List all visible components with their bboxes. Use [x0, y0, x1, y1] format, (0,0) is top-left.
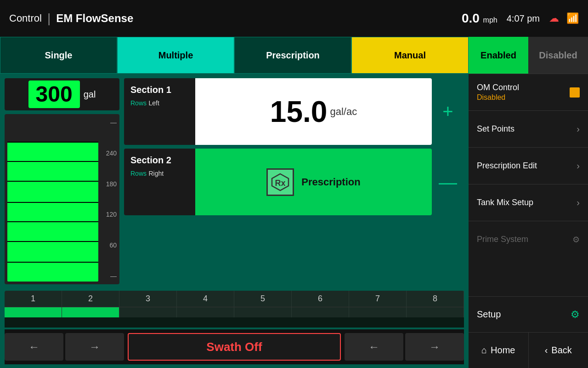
home-button[interactable]: ⌂ Home: [469, 333, 529, 368]
right-arrow-icon-2: →: [429, 340, 440, 353]
tank-mix-setup-item[interactable]: Tank Mix Setup ›: [469, 184, 588, 221]
content-area: 300 gal: [0, 74, 469, 289]
sec-num-5[interactable]: 5: [234, 291, 292, 307]
gauge-label-240: 240: [98, 150, 117, 157]
section-indicators: [5, 307, 464, 317]
speed-value: 0.0: [462, 11, 480, 25]
time-display: 4:07 pm: [507, 13, 540, 24]
swath-off-button[interactable]: Swath Off: [128, 333, 341, 361]
sec-num-6[interactable]: 6: [292, 291, 349, 307]
gauge-fill: [7, 142, 98, 282]
bottom-controls: ← → Swath Off ← →: [5, 329, 464, 364]
right-arrow-btn-2[interactable]: →: [405, 333, 464, 361]
gauge-label-top: —: [98, 119, 117, 126]
set-points-label: Set Points: [477, 124, 514, 134]
right-panel: Enabled Disabled OM Control Disabled Set…: [469, 37, 588, 368]
tank-display: 300 gal: [5, 78, 119, 110]
left-gauges: 300 gal: [5, 78, 119, 284]
home-label: Home: [491, 345, 515, 356]
disabled-button[interactable]: Disabled: [528, 37, 588, 74]
gauge-bar-area: [7, 117, 98, 282]
gauge-line-3: [7, 181, 98, 182]
section-1-plus[interactable]: +: [432, 78, 464, 145]
enable-disable-row: Enabled Disabled: [469, 37, 588, 74]
right-arrow-btn-1[interactable]: →: [65, 333, 124, 361]
prime-system-gear-icon: ⚙: [572, 235, 580, 245]
sec-num-1[interactable]: 1: [5, 291, 62, 307]
tab-multiple[interactable]: Multiple: [117, 37, 234, 74]
section-1-rows: Rows Left: [130, 99, 189, 107]
set-points-item[interactable]: Set Points ›: [469, 110, 588, 147]
prescription-edit-chevron: ›: [577, 161, 580, 171]
rx-icon: Rx: [266, 168, 294, 196]
tank-mix-chevron: ›: [577, 197, 580, 208]
bottom-sections: 1 2 3 4 5 6 7 8: [5, 291, 464, 328]
plus-icon[interactable]: +: [442, 101, 453, 122]
section-2-minus[interactable]: —: [432, 149, 464, 215]
back-button[interactable]: ‹ Back: [529, 333, 588, 368]
section-1-row: Section 1 Rows Left 15.0 gal/ac +: [124, 78, 464, 145]
home-back-row: ⌂ Home ‹ Back: [469, 332, 588, 368]
gauge-line-6: [7, 241, 98, 242]
sec-ind-8: [407, 307, 464, 317]
main-layout: Single Multiple Prescription Manual 300: [0, 37, 588, 368]
gauge-line-4: [7, 202, 98, 203]
sec-ind-1: [5, 307, 62, 317]
mode-tabs: Single Multiple Prescription Manual: [0, 37, 469, 74]
section-2-row: Section 2 Rows Right Rx: [124, 149, 464, 215]
gauge-line-top: [7, 142, 98, 143]
gauge-line-7: [7, 262, 98, 263]
tank-mix-label: Tank Mix Setup: [477, 198, 533, 207]
left-panel: Single Multiple Prescription Manual 300: [0, 37, 469, 368]
separator: |: [47, 11, 51, 26]
icons-top: ☁ 📶: [549, 12, 579, 24]
speed-display: 0.0 mph: [462, 11, 498, 26]
prescription-edit-item[interactable]: Prescription Edit ›: [469, 147, 588, 184]
sec-num-2[interactable]: 2: [62, 291, 119, 307]
tank-unit: gal: [84, 89, 96, 100]
left-arrow-btn-2[interactable]: ←: [345, 333, 403, 361]
sections-area: Section 1 Rows Left 15.0 gal/ac +: [124, 78, 464, 284]
gauge-line-5: [7, 221, 98, 222]
speed-unit: mph: [483, 16, 498, 24]
sec-num-7[interactable]: 7: [349, 291, 407, 307]
sec-ind-6: [292, 307, 349, 317]
enabled-button[interactable]: Enabled: [469, 37, 528, 74]
topbar-right: 0.0 mph 4:07 pm ☁ 📶: [462, 11, 579, 26]
prime-system-item[interactable]: Prime System ⚙: [469, 221, 588, 258]
section-prescription: Rx Prescription: [266, 168, 360, 196]
tab-single[interactable]: Single: [0, 37, 117, 74]
back-chevron-icon: ‹: [545, 345, 548, 356]
gauge-container: — 240 180 120 60 —: [5, 114, 119, 284]
tab-prescription[interactable]: Prescription: [234, 37, 351, 74]
sec-num-3[interactable]: 3: [119, 291, 177, 307]
tab-manual[interactable]: Manual: [351, 37, 469, 74]
prescription-text: Prescription: [301, 176, 360, 188]
tank-value: 300: [28, 80, 80, 108]
section-1-unit: gal/ac: [330, 106, 357, 118]
gauge-label-60: 60: [98, 242, 117, 249]
left-arrow-btn-1[interactable]: ←: [5, 333, 63, 361]
section-1-content[interactable]: 15.0 gal/ac: [195, 78, 432, 145]
section-2-content[interactable]: Rx Prescription: [195, 149, 432, 215]
section-1-label: Section 1 Rows Left: [124, 78, 195, 145]
section-bottom-bar: [5, 317, 464, 328]
om-control-warning-icon: [570, 87, 580, 98]
topbar: Control | EM FlowSense 0.0 mph 4:07 pm ☁…: [0, 0, 588, 37]
setup-item[interactable]: Setup ⚙: [469, 296, 588, 332]
right-spacer: [469, 258, 588, 296]
right-nav-group: ← →: [345, 333, 464, 361]
setup-gear-icon: ⚙: [571, 309, 580, 321]
left-arrow-icon-2: ←: [368, 340, 379, 353]
section-2-name: Section 2: [130, 155, 189, 166]
sec-num-4[interactable]: 4: [177, 291, 234, 307]
section-2-rows: Rows Right: [130, 169, 189, 178]
section-1-value: 15.0: [270, 95, 328, 129]
sec-num-8[interactable]: 8: [407, 291, 464, 307]
om-control-label: OM Control: [477, 83, 519, 92]
cloud-icon: ☁: [549, 12, 559, 24]
om-control-item[interactable]: OM Control Disabled: [469, 74, 588, 110]
gauge-labels: — 240 180 120 60 —: [98, 117, 117, 282]
minus-icon[interactable]: —: [439, 178, 457, 187]
sec-ind-3: [119, 307, 177, 317]
